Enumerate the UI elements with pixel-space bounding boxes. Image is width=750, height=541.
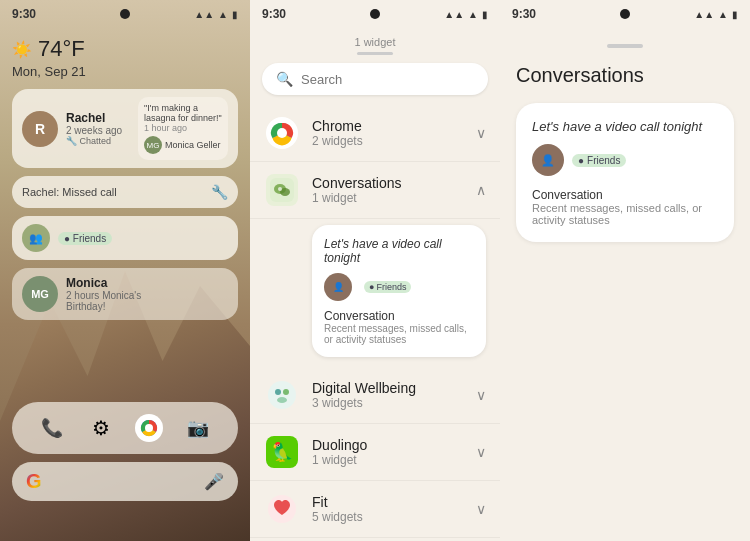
phone-icon[interactable]: 📞 [34,410,70,446]
weather-temp: 74°F [38,36,85,62]
wellbeing-icon [266,379,298,411]
widget-preview-contact-row: 👤 ● Friends [324,273,474,301]
phone3-time: 9:30 [512,7,536,21]
chrome-icon-container [264,115,300,151]
phone3-status-bar: 9:30 ▲▲ ▲ ▮ [500,0,750,28]
widget-preview-message: Let's have a video call tonight [324,237,474,265]
phone1-status-icons: ▲▲ ▲ ▮ [194,9,238,20]
widget-card-avatar: 👤 [532,144,564,176]
chrome-svg-icon [266,117,298,149]
phone2-status-icons: ▲▲ ▲ ▮ [444,9,488,20]
monica-geller-label: Monica Geller [165,140,221,150]
phone-3: 9:30 ▲▲ ▲ ▮ Conversations Let's have a v… [500,0,750,541]
duolingo-icon-container: 🦜 [264,434,300,470]
fit-app-name: Fit [312,494,464,510]
conversations-widget-preview[interactable]: Let's have a video call tonight 👤 ● Frie… [312,225,486,357]
widget-card-badge: ● Friends [572,154,626,167]
wifi-icon-2: ▲ [468,9,478,20]
svg-point-11 [275,389,281,395]
phone2-time: 9:30 [262,7,286,21]
phone1-dock: 📞 ⚙ 📷 G 🎤 [12,402,238,501]
wifi-icon: ▲ [218,9,228,20]
phone-2: 9:30 ▲▲ ▲ ▮ 1 widget 🔍 [250,0,500,541]
monica-event: Birthday! [66,301,228,312]
svg-point-5 [277,128,287,138]
widgets-top-label: 1 widget [355,36,396,48]
duolingo-icon: 🦜 [266,436,298,468]
wellbeing-app-name: Digital Wellbeing [312,380,464,396]
widget-preview-badge: ● Friends [364,281,411,293]
widget-card-message: Let's have a video call tonight [532,119,718,134]
widget-card-desc: Recent messages, missed calls, or activi… [532,202,718,226]
missed-call-text: Rachel: Missed call [22,186,117,198]
phone3-status-icons: ▲▲ ▲ ▮ [694,9,738,20]
conversations-icon [266,174,298,206]
missed-call-card[interactable]: Rachel: Missed call 🔧 [12,176,238,208]
rachel-name: Rachel [66,111,130,125]
conversations-app-name: Conversations [312,175,464,191]
fit-icon [266,493,298,525]
conversations-widget-card[interactable]: Let's have a video call tonight 👤 ● Frie… [516,103,734,242]
monica-card[interactable]: MG Monica 2 hours Monica's Birthday! [12,268,238,320]
app-item-wellbeing[interactable]: Digital Wellbeing 3 widgets ∨ [250,367,500,424]
phone2-camera [370,9,380,19]
battery-icon-2: ▮ [482,9,488,20]
wellbeing-icon-container [264,377,300,413]
rachel-badge: 🔧 Chatted [66,136,130,146]
wifi-icon-3: ▲ [718,9,728,20]
signal-icon-2: ▲▲ [444,9,464,20]
weather-date: Mon, Sep 21 [12,64,238,79]
settings-icon[interactable]: ⚙ [83,410,119,446]
google-logo: G [26,470,42,493]
wellbeing-chevron[interactable]: ∨ [476,387,486,403]
search-box[interactable]: 🔍 [262,63,488,95]
camera-icon[interactable]: 📷 [180,410,216,446]
phone3-main-content: Conversations Let's have a video call to… [500,28,750,541]
phone3-camera [620,9,630,19]
app-item-fit[interactable]: Fit 5 widgets ∨ [250,481,500,538]
fit-chevron[interactable]: ∨ [476,501,486,517]
search-container: 🔍 [250,63,500,105]
svg-point-2 [145,424,153,432]
phone1-time: 9:30 [12,7,36,21]
fit-icon-container [264,491,300,527]
search-input[interactable] [301,72,474,87]
signal-icon: ▲▲ [194,9,214,20]
app-item-conversations[interactable]: Conversations 1 widget ∧ [250,162,500,219]
phone1-camera [120,9,130,19]
app-item-chrome[interactable]: Chrome 2 widgets ∨ [250,105,500,162]
rachel-sub: 2 weeks ago [66,125,130,136]
battery-icon: ▮ [232,9,238,20]
google-search-bar[interactable]: G 🎤 [12,462,238,501]
duolingo-chevron[interactable]: ∨ [476,444,486,460]
scroll-indicator [357,52,393,55]
conversations-chevron[interactable]: ∧ [476,182,486,198]
widget-preview-avatar: 👤 [324,273,352,301]
search-icon: 🔍 [276,71,293,87]
monica-avatar: MG [22,276,58,312]
phone2-content: 1 widget 🔍 Chrome [250,28,500,541]
monica-sub: 2 hours Monica's [66,290,228,301]
dock-icons-row: 📞 ⚙ 📷 [12,402,238,454]
chrome-app-name: Chrome [312,118,464,134]
widget-type-desc: Recent messages, missed calls, or activi… [324,323,474,345]
conversations-app-count: 1 widget [312,191,464,205]
rachel-avatar: R [22,111,58,147]
wrench-icon: 🔧 [211,184,228,200]
mic-icon: 🎤 [204,472,224,491]
drag-handle[interactable] [607,44,643,48]
conversations-icon-container [264,172,300,208]
svg-point-13 [277,397,287,403]
friends-avatar: 👥 [22,224,50,252]
app-item-duolingo[interactable]: 🦜 Duolingo 1 widget ∨ [250,424,500,481]
wellbeing-app-count: 3 widgets [312,396,464,410]
chrome-icon[interactable] [131,410,167,446]
friends-label: ● Friends [58,232,112,245]
battery-icon-3: ▮ [732,9,738,20]
friends-card[interactable]: 👥 ● Friends [12,216,238,260]
conversations-title: Conversations [516,64,644,87]
rachel-card[interactable]: R Rachel 2 weeks ago 🔧 Chatted "I'm maki… [12,89,238,168]
widget-card-contact-row: 👤 ● Friends [532,144,718,176]
chrome-chevron[interactable]: ∨ [476,125,486,141]
svg-point-9 [278,187,282,191]
